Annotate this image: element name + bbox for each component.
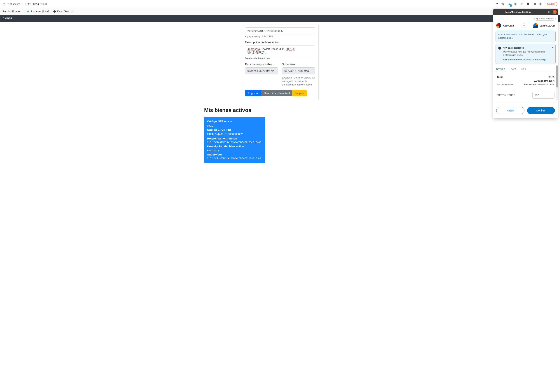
confirm-button[interactable]: Confirm	[527, 107, 555, 114]
supervisor-card-label: Supervisor	[207, 152, 262, 157]
portainer-icon	[27, 10, 30, 13]
asset-card: Código NFT unico 0x01 Código EPC RFID 24…	[204, 117, 265, 163]
network-dot-icon	[536, 18, 538, 20]
nonce-input[interactable]	[532, 92, 554, 99]
bookmark-dapp[interactable]: Dapp Test List	[53, 10, 73, 13]
globe-icon	[53, 10, 56, 13]
supervisor-helper: (Opcional) Definir el supervisor encarga…	[282, 76, 315, 87]
gas-settings-link[interactable]: Turn on Enhanced Gas Fee UI in Settings	[503, 58, 546, 61]
maximize-icon[interactable]	[547, 10, 551, 14]
extensions-puzzle-icon[interactable]	[526, 2, 530, 6]
max-amount-label: Max amount:	[524, 83, 537, 85]
network-selector[interactable]: LocalEthereum	[534, 17, 556, 21]
register-button[interactable]: Registrar	[245, 90, 261, 96]
page-title: bienes	[3, 16, 12, 20]
avatar-icon	[496, 23, 501, 28]
max-amount-value: 0.00028597 ETH	[539, 83, 554, 85]
network-row: LocalEthereum	[493, 15, 558, 22]
brave-shield-icon[interactable]	[514, 2, 517, 6]
bookmark-remix[interactable]: Remix - Ethere…	[3, 10, 22, 13]
bookmark-portainer[interactable]: Portainer | local	[27, 10, 49, 13]
register-form-card: Agregar codigo EPC URN... Descripcion de…	[242, 24, 319, 100]
epc-helper: Agregar codigo EPC URN...	[245, 35, 315, 38]
total-eth: 0.00028597 ETH	[497, 79, 554, 82]
tab-data[interactable]: DATA	[511, 68, 516, 72]
url-text[interactable]: 192.168.2.48:3000	[25, 3, 47, 6]
form-button-row: Registrar Usar dirección actual Limpiar	[245, 90, 315, 96]
metamask-tabs: DETAILS DATA HEX	[493, 65, 558, 72]
to-account[interactable]: 0xd58...e7CB	[533, 23, 555, 28]
responsible-card-label: Responsable principal	[207, 136, 262, 141]
gas-experience-banner: × i New gas experience We've updated how…	[496, 44, 556, 64]
svg-rect-5	[522, 4, 522, 4]
info-icon: i	[498, 47, 501, 50]
supervisor-card-value: 0xFb2DC9d370Dfc1e2B3b0aC0BD4F82034f71F40…	[207, 157, 262, 160]
scrollbar-track[interactable]	[556, 65, 558, 101]
assets-title: Mis bienes activos	[204, 107, 356, 113]
epc-input[interactable]	[245, 28, 315, 34]
gas-banner-title: New gas experience	[503, 46, 524, 50]
bookmark-label: Portainer | local	[31, 10, 49, 13]
security-status: Not secure	[8, 3, 20, 6]
close-banner-icon[interactable]: ×	[552, 46, 554, 50]
reject-button[interactable]: Reject	[496, 107, 524, 114]
metamask-ext-icon[interactable]: 1	[507, 2, 511, 6]
epc-code-label: Código EPC RFID	[207, 128, 262, 132]
responsible-input[interactable]	[245, 67, 278, 74]
new-address-banner[interactable]: New address detected! Click here to add …	[496, 30, 556, 42]
description-textarea[interactable]: Impresora Hewlett-Packard 11-2001xx - MY…	[245, 46, 315, 56]
gas-banner-body: We've updated how gas fee estimation and…	[503, 50, 545, 57]
arrow-right-icon	[521, 23, 526, 28]
ext-badge: 1	[510, 4, 512, 7]
avatar-icon	[533, 23, 538, 28]
scrollbar-thumb[interactable]	[556, 65, 558, 88]
minimize-icon[interactable]: –	[541, 10, 546, 14]
total-usd: $0.35	[548, 76, 554, 79]
total-label: Total	[497, 76, 502, 79]
responsible-card-value: 0xEb2DC9d370Dfc1e2B3b0aC0BD4F82034f71F40…	[207, 141, 262, 144]
nft-code-label: Código NFT unico	[207, 119, 262, 124]
svg-point-1	[4, 4, 4, 5]
browser-address-bar: Not secure | 192.168.2.48:3000 1 Update	[0, 0, 560, 8]
accounts-row: Account 5 0xd58...e7CB	[493, 22, 558, 30]
svg-rect-4	[520, 4, 522, 5]
svg-rect-15	[548, 11, 550, 13]
description-label: Descripcion del bien activo	[245, 41, 315, 44]
tab-details[interactable]: DETAILS	[496, 68, 506, 72]
details-panel: Total $0.35 0.00028597 ETH Amount + gas …	[493, 72, 558, 87]
metamask-actions: Reject Confirm	[493, 103, 558, 118]
responsible-label: Persona responsable	[245, 63, 278, 66]
close-icon[interactable]	[553, 10, 557, 14]
update-button[interactable]: Update	[545, 2, 557, 6]
metamask-title: MetaMask Notification	[496, 11, 540, 13]
from-account[interactable]: Account 5	[496, 23, 515, 28]
supervisor-label: Supervisor	[282, 63, 315, 66]
clear-button[interactable]: Limpiar	[292, 90, 306, 96]
url-port: :3000	[40, 3, 47, 6]
panel-icon[interactable]	[532, 2, 536, 6]
from-account-name: Account 5	[503, 24, 515, 27]
url-host: 192.168.2.48	[25, 3, 40, 6]
svg-point-10	[540, 3, 541, 4]
star-icon[interactable]	[501, 2, 505, 6]
send-icon[interactable]	[495, 2, 499, 6]
bookmark-label: Remix - Ethere…	[3, 10, 22, 13]
supervisor-input[interactable]	[282, 67, 315, 74]
network-name: LocalEthereum	[539, 18, 554, 20]
qr-icon[interactable]	[520, 2, 524, 6]
description-card-value: Radio Sony	[207, 149, 262, 152]
custom-nonce-row: CUSTOM NONCE	[493, 87, 558, 101]
metamask-popup: MetaMask Notification – LocalEthereum Ac…	[493, 9, 558, 118]
metamask-titlebar: MetaMask Notification –	[493, 9, 558, 15]
amount-gas-label: Amount + gas fee	[497, 83, 513, 85]
tab-hex[interactable]: HEX	[521, 68, 526, 72]
svg-rect-3	[522, 3, 523, 4]
svg-rect-11	[27, 11, 29, 12]
toolbar-right: 1 Update	[495, 2, 557, 6]
my-assets-section: Mis bienes activos Código NFT unico 0x01…	[203, 107, 357, 163]
to-account-address: 0xd58...e7CB	[540, 24, 555, 27]
description-helper: Detalles del bien activo	[245, 57, 315, 60]
nonce-label: CUSTOM NONCE	[497, 94, 515, 96]
profile-icon[interactable]	[539, 2, 542, 6]
use-current-address-button[interactable]: Usar dirección actual	[261, 90, 292, 96]
